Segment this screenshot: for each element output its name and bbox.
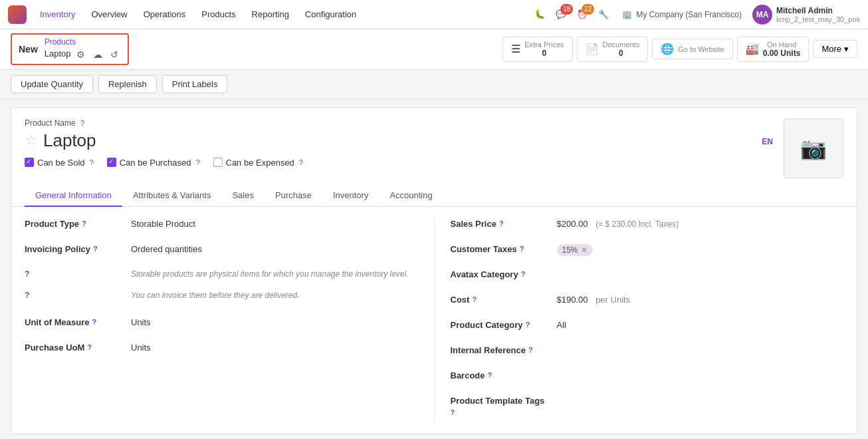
- uom-value[interactable]: Units: [131, 316, 418, 327]
- cost-row: Cost ? $190.00 per Units: [451, 293, 844, 312]
- uom-help[interactable]: ?: [92, 318, 97, 326]
- breadcrumb-products-link[interactable]: Products: [45, 37, 121, 48]
- remove-tax-btn[interactable]: ✕: [581, 245, 588, 255]
- internal-reference-value[interactable]: [557, 344, 844, 345]
- can-be-expensed-checkbox[interactable]: Can be Expensed ?: [213, 158, 303, 168]
- note2-text: You can invoice them before they are del…: [131, 289, 418, 300]
- can-be-purchased-label: Can be Purchased: [120, 158, 191, 168]
- update-quantity-button[interactable]: Update Quantity: [11, 75, 93, 93]
- can-be-sold-label: Can be Sold: [37, 158, 85, 168]
- go-to-website-label: Go to Website: [678, 45, 724, 53]
- product-category-value[interactable]: All: [557, 319, 844, 330]
- avatax-value[interactable]: [557, 268, 844, 269]
- avatax-label: Avatax Category ?: [451, 268, 557, 279]
- product-card: Product Name ? ☆ Laptop EN Can be Sold ?: [11, 107, 857, 434]
- invoicing-policy-value[interactable]: Ordered quantities: [131, 243, 418, 254]
- extra-prices-label: Extra Prices: [524, 41, 564, 49]
- customer-taxes-help[interactable]: ?: [520, 245, 524, 253]
- barcode-value[interactable]: [557, 369, 844, 370]
- can-be-purchased-checkbox[interactable]: Can be Purchased ?: [107, 158, 200, 168]
- sales-price-help[interactable]: ?: [499, 220, 504, 227]
- cost-help[interactable]: ?: [472, 295, 477, 303]
- breadcrumb-current: Laptop: [45, 49, 71, 60]
- nav-configuration[interactable]: Configuration: [298, 5, 363, 23]
- customer-taxes-value[interactable]: 15% ✕: [557, 243, 844, 256]
- note1-help[interactable]: ?: [25, 269, 29, 279]
- product-type-value[interactable]: Storable Product: [131, 218, 418, 229]
- tab-purchase[interactable]: Purchase: [265, 185, 322, 207]
- discard-icon-btn[interactable]: ↺: [108, 48, 121, 61]
- more-btn[interactable]: More ▾: [813, 40, 857, 58]
- nav-reporting[interactable]: Reporting: [245, 5, 296, 23]
- nav-overview[interactable]: Overview: [84, 5, 134, 23]
- note1-row: ? Storable products are physical items f…: [25, 268, 418, 287]
- product-image[interactable]: 📷: [784, 118, 843, 178]
- warehouse-icon: 🏭: [746, 43, 759, 55]
- tab-sales[interactable]: Sales: [221, 185, 265, 207]
- avatax-help[interactable]: ?: [521, 270, 526, 278]
- barcode-help[interactable]: ?: [488, 371, 492, 379]
- product-category-row: Product Category ? All: [451, 319, 844, 337]
- can-be-purchased-help[interactable]: ?: [195, 158, 199, 166]
- nav-operations[interactable]: Operations: [137, 5, 193, 23]
- can-be-expensed-help[interactable]: ?: [299, 158, 303, 166]
- product-header: Product Name ? ☆ Laptop EN Can be Sold ?: [25, 118, 843, 178]
- tab-attributes-variants[interactable]: Attributes & Variants: [122, 185, 222, 207]
- product-type-row: Product Type ? Storable Product: [25, 218, 418, 236]
- can-be-purchased-check-icon: [107, 158, 116, 167]
- note2-help[interactable]: ?: [25, 291, 29, 300]
- favorite-star[interactable]: ☆: [25, 132, 38, 149]
- customer-taxes-tag[interactable]: 15% ✕: [557, 244, 593, 256]
- barcode-label: Barcode ?: [451, 369, 557, 380]
- cloud-icon-btn[interactable]: ☁: [90, 48, 105, 61]
- purchase-uom-value[interactable]: Units: [131, 341, 418, 353]
- company-info: 🏢 My Company (San Francisco): [617, 10, 747, 19]
- go-to-website-btn[interactable]: 🌐 Go to Website: [652, 39, 733, 59]
- tasks-badge: 22: [582, 4, 594, 15]
- product-name-help[interactable]: ?: [80, 119, 84, 127]
- cost-value[interactable]: $190.00 per Units: [557, 293, 844, 305]
- extra-prices-btn[interactable]: ☰ Extra Prices 0: [502, 37, 572, 62]
- can-be-sold-checkbox[interactable]: Can be Sold ?: [25, 158, 94, 168]
- settings-btn[interactable]: 🔧: [596, 7, 611, 22]
- replenish-button[interactable]: Replenish: [98, 75, 157, 93]
- product-tags-value[interactable]: [557, 394, 844, 396]
- sales-price-label: Sales Price ?: [451, 218, 557, 229]
- tasks-btn[interactable]: ⏰ 22: [574, 7, 590, 22]
- purchase-uom-help[interactable]: ?: [87, 343, 92, 351]
- invoicing-policy-help[interactable]: ?: [93, 245, 98, 253]
- nav-products[interactable]: Products: [195, 5, 242, 23]
- product-tags-help[interactable]: ?: [451, 408, 455, 416]
- new-button[interactable]: New: [19, 44, 38, 55]
- product-title[interactable]: Laptop: [43, 130, 96, 151]
- nav-inventory[interactable]: Inventory: [33, 5, 82, 23]
- sales-price-value[interactable]: $200.00 (= $ 230.00 Incl. Taxes): [557, 218, 844, 229]
- language-button[interactable]: EN: [762, 137, 773, 146]
- internal-reference-label: Internal Reference ?: [451, 344, 557, 355]
- bug-icon-btn[interactable]: 🐛: [532, 7, 548, 22]
- product-category-help[interactable]: ?: [526, 321, 530, 329]
- internal-reference-help[interactable]: ?: [528, 346, 533, 354]
- product-type-help[interactable]: ?: [82, 220, 86, 227]
- can-be-sold-help[interactable]: ?: [90, 158, 94, 166]
- tab-general-information[interactable]: General Information: [25, 185, 122, 207]
- tab-inventory[interactable]: Inventory: [322, 185, 379, 207]
- toolbar-actions: ☰ Extra Prices 0 📄 Documents 0 🌐 Go to W…: [502, 37, 857, 62]
- breadcrumb-toolbar: New Products Laptop ⚙ ☁ ↺ ☰ Extra Prices…: [0, 29, 868, 70]
- user-menu[interactable]: MA Mitchell Admin kmp_2_test_may_30_pos: [752, 5, 860, 25]
- settings-icon-btn[interactable]: ⚙: [74, 48, 88, 61]
- tab-accounting[interactable]: Accounting: [379, 185, 443, 207]
- product-tags-row: Product Template Tags ?: [451, 394, 844, 416]
- product-type-label: Product Type ?: [25, 218, 131, 229]
- main-content: Product Name ? ☆ Laptop EN Can be Sold ?: [0, 99, 868, 439]
- documents-label: Documents: [603, 41, 640, 49]
- print-labels-button[interactable]: Print Labels: [162, 75, 228, 93]
- on-hand-value: 0.00 Units: [763, 49, 801, 58]
- documents-btn[interactable]: 📄 Documents 0: [577, 37, 649, 62]
- messages-btn[interactable]: 💬 18: [553, 7, 569, 22]
- can-be-expensed-check-icon: [213, 158, 223, 167]
- purchase-uom-label: Purchase UoM ?: [25, 341, 131, 353]
- company-building-icon: 🏢: [622, 10, 632, 19]
- on-hand-btn[interactable]: 🏭 On Hand 0.00 Units: [737, 37, 810, 62]
- barcode-row: Barcode ?: [451, 369, 844, 388]
